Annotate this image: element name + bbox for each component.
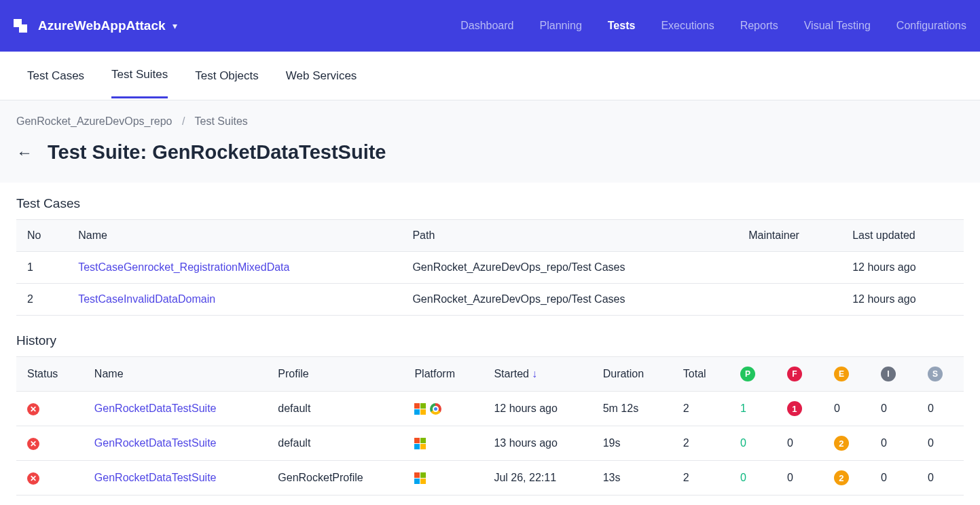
nav-planning[interactable]: Planning [540,20,582,32]
nav-visual-testing[interactable]: Visual Testing [804,20,871,32]
tab-test-cases[interactable]: Test Cases [27,54,84,98]
table-row: 2TestCaseInvalidDataDomainGenRocket_Azur… [16,284,964,316]
history-total: 2 [672,392,729,426]
h-F-count: 0 [787,437,793,449]
breadcrumb-section[interactable]: Test Suites [195,115,248,127]
table-row: 1TestCaseGenrocket_RegistrationMixedData… [16,252,964,284]
history-profile: GenRocketProfile [267,461,403,495]
tc-col-name[interactable]: Name [67,220,401,252]
project-switcher-chevron-icon[interactable]: ▾ [173,20,177,31]
h-col-E[interactable]: E [823,357,870,392]
status-fail-icon: ✕ [27,403,39,415]
h-E-count: 0 [834,403,840,414]
h-col-status[interactable]: Status [16,357,84,392]
history-platform [403,392,483,426]
project-name: AzureWebAppAttack [38,18,166,33]
history-profile: default [267,426,403,461]
history-duration: 5m 12s [592,392,672,426]
tab-web-services[interactable]: Web Services [286,54,357,98]
nav-configurations[interactable]: Configurations [896,20,966,32]
test-cases-section: Test Cases NoNamePathMaintainerLast upda… [0,183,980,320]
h-fail-badge: 1 [787,401,802,416]
tc-maintainer [738,284,841,316]
h-col-platform[interactable]: Platform [403,357,483,392]
table-row: ✕GenRocketDataTestSuitedefault13 hours a… [16,426,964,461]
history-name-link[interactable]: GenRocketDataTestSuite [94,437,217,449]
history-name-link[interactable]: GenRocketDataTestSuite [94,472,217,483]
nav-reports[interactable]: Reports [740,20,778,32]
test-cases-title: Test Cases [16,196,964,211]
table-row: ✕GenRocketDataTestSuitedefault12 hours a… [16,392,964,426]
table-row: ✕GenRocketDataTestSuiteGenRocketProfileJ… [16,461,964,495]
tc-updated: 12 hours ago [841,252,964,284]
app-logo-icon [14,19,27,33]
sort-desc-icon: ↓ [532,368,537,379]
h-F-count: 0 [787,472,793,483]
status-fail-icon: ✕ [27,472,39,485]
pill-E-icon: E [834,367,849,381]
tab-test-objects[interactable]: Test Objects [195,54,259,98]
h-pass-count: 1 [740,403,746,414]
history-section: History StatusNameProfilePlatformStarted… [0,320,980,500]
windows-icon [414,438,426,449]
top-bar: AzureWebAppAttack ▾ DashboardPlanningTes… [0,0,980,52]
history-name-link[interactable]: GenRocketDataTestSuite [94,403,217,414]
h-pass-count: 0 [740,472,746,483]
tc-updated: 12 hours ago [841,284,964,316]
h-S-count: 0 [928,437,934,449]
back-arrow-icon[interactable]: ← [16,143,33,162]
history-platform [403,461,483,495]
h-col-F[interactable]: F [776,357,823,392]
tc-name-link[interactable]: TestCaseGenrocket_RegistrationMixedData [78,261,289,273]
history-duration: 13s [592,461,672,495]
breadcrumb-header: GenRocket_AzureDevOps_repo / Test Suites… [0,100,980,183]
history-started: Jul 26, 22:11 [483,461,592,495]
h-S-count: 0 [928,472,934,483]
history-profile: default [267,392,403,426]
h-I-count: 0 [881,472,887,483]
pill-I-icon: I [881,367,896,381]
nav-tests[interactable]: Tests [608,20,636,32]
h-col-S[interactable]: S [917,357,964,392]
h-S-count: 0 [928,403,934,414]
h-I-count: 0 [881,437,887,449]
tc-col-maintainer[interactable]: Maintainer [738,220,841,252]
chrome-icon [430,403,441,415]
breadcrumb: GenRocket_AzureDevOps_repo / Test Suites [16,115,964,128]
tc-no: 1 [16,252,67,284]
h-col-I[interactable]: I [870,357,917,392]
tc-path: GenRocket_AzureDevOps_repo/Test Cases [401,252,738,284]
h-col-P[interactable]: P [729,357,776,392]
history-title: History [16,333,964,348]
main-nav: DashboardPlanningTestsExecutionsReportsV… [460,20,966,32]
history-table: StatusNameProfilePlatformStarted↓Duratio… [16,356,964,495]
h-col-name[interactable]: Name [84,357,267,392]
tab-test-suites[interactable]: Test Suites [111,53,168,98]
tc-name-link[interactable]: TestCaseInvalidDataDomain [78,293,215,305]
tc-no: 2 [16,284,67,316]
h-col-duration[interactable]: Duration [592,357,672,392]
tc-col-no[interactable]: No [16,220,67,252]
status-fail-icon: ✕ [27,438,39,450]
h-pass-count: 0 [740,437,746,449]
h-col-started[interactable]: Started↓ [483,357,592,392]
pill-P-icon: P [740,367,755,381]
history-total: 2 [672,426,729,461]
h-error-badge: 2 [834,470,849,485]
pill-S-icon: S [928,367,943,381]
tc-path: GenRocket_AzureDevOps_repo/Test Cases [401,284,738,316]
h-col-profile[interactable]: Profile [267,357,403,392]
history-started: 13 hours ago [483,426,592,461]
h-error-badge: 2 [834,436,849,451]
tc-col-last-updated[interactable]: Last updated [841,220,964,252]
windows-icon [414,472,426,484]
test-cases-table: NoNamePathMaintainerLast updated 1TestCa… [16,219,964,316]
breadcrumb-repo[interactable]: GenRocket_AzureDevOps_repo [16,115,172,127]
history-platform [403,426,483,461]
pill-F-icon: F [787,367,802,381]
nav-dashboard[interactable]: Dashboard [460,20,513,32]
tc-col-path[interactable]: Path [401,220,738,252]
history-total: 2 [672,461,729,495]
nav-executions[interactable]: Executions [661,20,714,32]
h-col-total[interactable]: Total [672,357,729,392]
